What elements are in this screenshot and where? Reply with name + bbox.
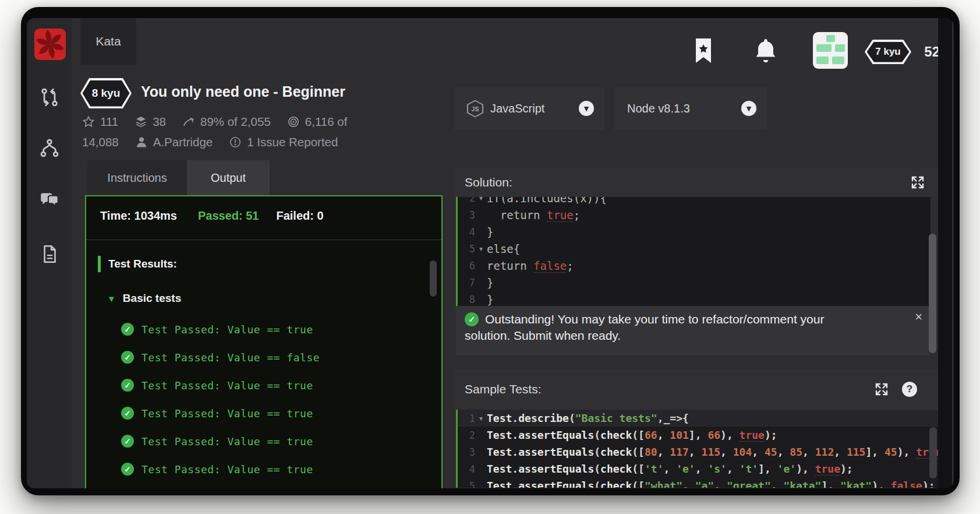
line-number: 1: [458, 413, 475, 424]
test-passed-text: Test Passed: Value == true: [141, 323, 313, 336]
stat-completed-part1: 6,116 of: [305, 115, 348, 129]
stat-issues[interactable]: 1 Issue Reported: [247, 135, 338, 149]
test-passed-text: Test Passed: Value == true: [141, 463, 313, 476]
line-number: 4: [458, 463, 475, 475]
code-line: 4}: [458, 223, 931, 240]
tab-instructions[interactable]: Instructions: [87, 160, 187, 195]
code-line: 3 return true;: [458, 206, 931, 223]
test-group-label: Basic tests: [123, 292, 181, 305]
test-results-accent-bar: [98, 256, 101, 272]
test-group-toggle[interactable]: ▼ Basic tests: [107, 292, 181, 305]
code-line: 7}: [458, 274, 931, 291]
code-line: 2Test.assertEquals(check([66, 101], 66),…: [458, 427, 939, 443]
test-results-heading: Test Results:: [108, 258, 177, 270]
stat-author[interactable]: A.Partridge: [153, 135, 213, 149]
solution-header: Solution:: [454, 168, 938, 197]
kata-rank-label: 8 kyu: [83, 80, 130, 107]
solution-code-editor[interactable]: 2▾if(a.includes(x)){3 return true;4}5▾el…: [456, 197, 931, 306]
sample-tests-editor[interactable]: 1▾Test.describe("Basic tests",_=>{2Test.…: [456, 410, 939, 488]
runtime-label: Node v8.1.3: [627, 102, 690, 115]
success-message-line2: solution. Submit when ready.: [465, 329, 906, 343]
divider: [86, 240, 441, 240]
test-result-list: ✓Test Passed: Value == true✓Test Passed:…: [121, 315, 424, 483]
code-text: Test.assertEquals(check(['t', 'e', 's', …: [487, 463, 853, 475]
test-passed-icon: ✓: [121, 379, 134, 392]
code-line: 1▾Test.describe("Basic tests",_=>{: [458, 410, 939, 427]
line-number: 4: [458, 226, 475, 238]
collapse-arrow-icon: ▼: [107, 294, 116, 304]
test-passed-icon: ✓: [121, 463, 134, 476]
completion-icon: [182, 115, 195, 128]
codewars-logo[interactable]: [34, 29, 66, 60]
test-passed-icon: ✓: [121, 351, 134, 364]
leaderboard-tile-icon[interactable]: [813, 32, 848, 69]
fold-arrow-icon: ▾: [475, 197, 487, 202]
fold-arrow-icon: ▾: [475, 245, 487, 253]
compare-icon[interactable]: [38, 86, 61, 108]
test-passed-icon: ✓: [121, 435, 134, 448]
star-icon: [82, 115, 95, 128]
success-check-icon: ✓: [465, 312, 479, 326]
discuss-icon[interactable]: [38, 188, 61, 210]
bookmark-icon[interactable]: [695, 37, 712, 64]
user-rank-label: 7 kyu: [867, 42, 910, 62]
line-number: 2: [458, 429, 475, 441]
code-text: Test.describe("Basic tests",_=>{: [487, 412, 689, 424]
right-edge-gutter: [938, 18, 952, 488]
expand-icon[interactable]: [875, 383, 888, 396]
javascript-icon: JS: [467, 100, 483, 118]
line-number: 5: [458, 480, 475, 488]
expand-icon[interactable]: [911, 176, 924, 189]
fork-icon[interactable]: [38, 137, 61, 159]
code-text: Test.assertEquals(check([80, 117, 115, 1…: [487, 446, 939, 458]
kata-tab[interactable]: Kata: [80, 18, 136, 65]
test-row: ✓Test Passed: Value == false: [121, 343, 424, 371]
document-icon[interactable]: [38, 243, 61, 265]
code-text: }: [487, 226, 493, 238]
code-line: 3Test.assertEquals(check([80, 117, 115, …: [458, 443, 939, 460]
code-line: 5Test.assertEquals(check(["what", "a", "…: [458, 477, 939, 488]
code-text: Test.assertEquals(check([66, 101], 66), …: [487, 429, 777, 441]
stat-completion: 89% of 2,055: [200, 115, 271, 129]
test-row: ✓Test Passed: Value == true: [121, 427, 424, 455]
code-line: 2▾if(a.includes(x)){: [458, 197, 931, 206]
code-line: 8}: [458, 291, 931, 306]
test-passed-count: Passed: 51: [198, 209, 259, 222]
sample-tests-scrollbar[interactable]: [929, 427, 937, 478]
test-passed-text: Test Passed: Value == true: [141, 435, 313, 448]
code-text: return false;: [487, 259, 574, 272]
test-time: Time: 1034ms: [100, 209, 177, 222]
code-line: 4Test.assertEquals(check(['t', 'e', 's',…: [458, 460, 939, 477]
line-number: 5: [458, 243, 475, 255]
notifications-bell-icon[interactable]: [754, 37, 777, 65]
line-number: 7: [458, 277, 475, 288]
code-text: return true;: [487, 209, 580, 221]
stat-completed-part2: 14,088: [82, 135, 119, 149]
codewars-app: Kata 7 kyu 52 8 kyu You only need one - …: [27, 18, 954, 488]
test-row: ✓Test Passed: Value == true: [121, 455, 424, 483]
output-scrollbar[interactable]: [430, 260, 437, 297]
test-row: ✓Test Passed: Value == true: [121, 371, 424, 399]
runtime-dropdown[interactable]: Node v8.1.3 ▾: [614, 87, 767, 130]
page-scrollbar[interactable]: [929, 234, 936, 353]
tab-output[interactable]: Output: [187, 160, 270, 195]
chevron-down-icon: ▾: [579, 101, 594, 116]
test-passed-text: Test Passed: Value == false: [141, 351, 320, 364]
test-passed-text: Test Passed: Value == true: [141, 379, 313, 392]
line-number: 2: [458, 197, 475, 204]
close-icon[interactable]: ×: [915, 309, 922, 325]
user-rank-badge[interactable]: 7 kyu: [865, 40, 911, 64]
issue-icon: [229, 136, 242, 149]
language-dropdown[interactable]: JS JavaScript ▾: [454, 87, 604, 130]
kata-title[interactable]: You only need one - Beginner: [141, 83, 345, 100]
target-icon: [287, 115, 300, 128]
test-failed-count: Failed: 0: [276, 209, 323, 222]
line-number: 6: [458, 260, 475, 272]
line-number: 3: [458, 446, 475, 458]
honor-count: 52: [917, 44, 940, 60]
help-icon[interactable]: ?: [902, 382, 917, 397]
top-header: [72, 18, 938, 65]
code-line: 5▾else{: [458, 240, 931, 257]
success-message: ✓ Outstanding! You may take your time to…: [456, 306, 929, 355]
line-number: 8: [458, 294, 475, 305]
